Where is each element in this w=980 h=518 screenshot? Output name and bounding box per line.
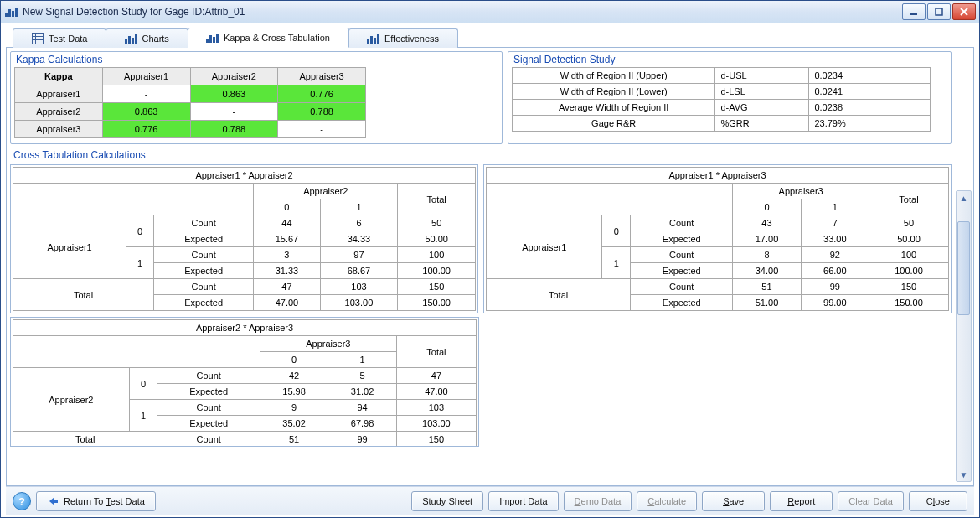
cross-col-1: 1 — [328, 352, 396, 368]
kappa-cell: 0.788 — [278, 103, 366, 121]
cross-cell: 150 — [396, 432, 476, 448]
button-label: Save — [723, 496, 744, 506]
close-window-button[interactable] — [952, 3, 976, 20]
cross-metric: Count — [157, 400, 260, 416]
cross-cell: 47 — [254, 279, 320, 295]
cross-cell: 5 — [328, 368, 396, 384]
app-window: New Signal Detection Study for Gage ID:A… — [0, 0, 980, 518]
cross-cat: 0 — [129, 368, 157, 400]
tab-label: Kappa & Cross Tabulation — [224, 33, 330, 43]
tab-kappa[interactable]: Kappa & Cross Tabulation — [188, 28, 349, 48]
cross-cell: 42 — [260, 368, 328, 384]
kappa-row-header: Appraiser3 — [15, 121, 103, 138]
study-sheet-button[interactable]: Study Sheet — [411, 491, 483, 511]
demo-data-button[interactable]: Demo Data — [564, 491, 632, 511]
chart-icon — [207, 32, 219, 44]
cross-table: Appraiser1 * Appraiser3 Appraiser3 Total… — [486, 167, 949, 311]
sds-value: 0.0234 — [809, 68, 931, 84]
cross-title: Appraiser1 * Appraiser3 — [487, 168, 949, 184]
cross-col-header: Appraiser3 — [733, 184, 869, 199]
kappa-cell: 0.776 — [278, 85, 366, 103]
sds-value: 0.0241 — [809, 84, 931, 100]
calculate-button[interactable]: Calculate — [637, 491, 697, 511]
cross-table: Appraiser1 * Appraiser2 Appraiser2 Total… — [13, 167, 476, 311]
chart-icon — [368, 33, 379, 44]
kappa-col-header: Appraiser1 — [102, 68, 190, 85]
save-button[interactable]: Save — [702, 491, 765, 511]
scroll-thumb[interactable] — [957, 221, 970, 315]
kappa-table: Kappa Appraiser1 Appraiser2 Appraiser3 A… — [14, 67, 366, 138]
cross-col-0: 0 — [733, 199, 801, 215]
cross-metric: Count — [157, 432, 260, 448]
report-button[interactable]: Report — [770, 491, 833, 511]
cross-col-header: Appraiser2 — [254, 184, 398, 199]
cross-cell: 100.00 — [869, 263, 948, 279]
scroll-up-icon[interactable]: ▲ — [957, 191, 971, 205]
cross-row-2: Appraiser2 * Appraiser3 Appraiser3 Total… — [10, 317, 952, 447]
cross-cell: 34.33 — [320, 231, 398, 247]
cross-cell: 50.00 — [398, 231, 476, 247]
cross-metric: Count — [154, 279, 254, 295]
cross-row-header: Appraiser1 — [487, 215, 602, 279]
kappa-group: Kappa Calculations Kappa Appraiser1 Appr… — [10, 51, 503, 144]
cross-col-0: 0 — [260, 352, 328, 368]
cross-title: Appraiser2 * Appraiser3 — [13, 320, 477, 336]
cross-total-label: Total — [487, 279, 631, 311]
cross-row-header: Appraiser2 — [13, 368, 130, 432]
cross-metric: Count — [157, 368, 260, 384]
cross-cat: 0 — [602, 215, 631, 247]
button-label: Study Sheet — [422, 496, 472, 506]
maximize-button[interactable] — [927, 3, 951, 20]
button-label: Report — [787, 496, 815, 506]
cross-cell: 150.00 — [869, 295, 948, 311]
cross-cell: 99 — [328, 432, 396, 448]
tab-test-data[interactable]: Test Data — [13, 28, 106, 48]
cross-cell: 7 — [801, 215, 869, 231]
button-label: Demo Data — [575, 496, 622, 506]
cross-cell: 100.00 — [398, 263, 476, 279]
clear-data-button[interactable]: Clear Data — [838, 491, 904, 511]
cross-cell: 67.98 — [328, 416, 396, 432]
tab-label: Test Data — [49, 34, 87, 44]
cross-tab-legend: Cross Tabulation Calculations — [10, 148, 952, 161]
tab-charts[interactable]: Charts — [106, 28, 188, 48]
cross-metric: Expected — [157, 416, 260, 432]
sds-table: Width of Region II (Upper) d-USL 0.0234 … — [512, 67, 931, 132]
cross-total-label: Total — [869, 184, 948, 215]
cross-total-label: Total — [13, 432, 157, 448]
scroll-down-icon[interactable]: ▼ — [957, 468, 971, 481]
minimize-button[interactable] — [902, 3, 926, 20]
cross-metric: Expected — [157, 384, 260, 400]
sds-value: 0.0238 — [809, 100, 931, 116]
close-button[interactable]: Close — [909, 491, 967, 511]
help-icon[interactable]: ? — [13, 492, 31, 510]
kappa-cell: - — [190, 103, 278, 121]
sds-symbol: d-USL — [715, 68, 809, 84]
button-label: Return To Test Data — [64, 496, 145, 506]
kappa-cell: - — [278, 121, 366, 138]
cross-panel-a2-a3: Appraiser2 * Appraiser3 Appraiser3 Total… — [10, 317, 479, 447]
return-button[interactable]: Return To Test Data — [36, 491, 156, 511]
cross-cell: 97 — [320, 247, 398, 263]
tab-effectiveness[interactable]: Effectiveness — [348, 28, 458, 48]
cross-total-label: Total — [398, 184, 476, 215]
cross-title: Appraiser1 * Appraiser2 — [13, 168, 476, 184]
kappa-col-header: Appraiser2 — [190, 68, 278, 85]
cross-cell: 43 — [733, 215, 801, 231]
cross-metric: Expected — [631, 263, 733, 279]
sds-symbol: d-AVG — [715, 100, 809, 116]
tab-label: Charts — [142, 34, 168, 44]
kappa-cell: 0.788 — [190, 121, 278, 138]
vertical-scrollbar[interactable]: ▲ ▼ — [956, 190, 972, 482]
cross-cell: 9 — [260, 400, 328, 416]
kappa-cell: 0.776 — [102, 121, 190, 138]
cross-cell: 47.00 — [396, 384, 476, 400]
cross-panel-a1-a2: Appraiser1 * Appraiser2 Appraiser2 Total… — [10, 164, 478, 313]
group-legend: Signal Detection Study — [512, 54, 947, 67]
cross-cell: 66.00 — [801, 263, 869, 279]
cross-cell: 47.00 — [254, 295, 320, 311]
svg-rect-1 — [936, 8, 942, 15]
cross-row-1: Appraiser1 * Appraiser2 Appraiser2 Total… — [10, 164, 952, 313]
button-label: Close — [926, 496, 950, 506]
import-data-button[interactable]: Import Data — [488, 491, 558, 511]
